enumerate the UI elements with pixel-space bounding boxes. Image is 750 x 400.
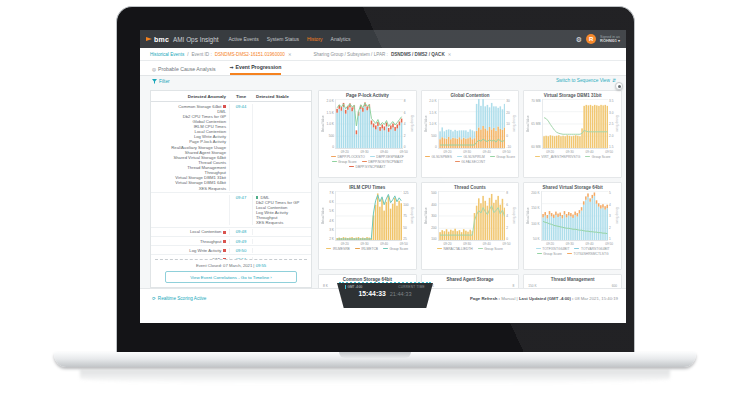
- anomaly-row[interactable]: Common Storage 64bitDMLDb2 CPU Times for…: [151, 102, 311, 193]
- legend-label: IRLMESRB: [333, 247, 350, 251]
- legend-item: DBPP.NOSYNCPMAXT: [362, 160, 403, 164]
- legend-swatch: [567, 253, 572, 255]
- axis-tick: 3: [609, 214, 614, 218]
- chart-card-thread-counts[interactable]: Thread CountsActual Value500400300200100…: [421, 182, 520, 270]
- axis-tick: 4: [404, 122, 409, 126]
- axis-tick: 7 K: [326, 191, 334, 195]
- chart-card-irlm-cpu-times[interactable]: IRLM CPU TimesActual Value7 K6 K5 K4 K3 …: [318, 182, 417, 270]
- legend-label: Group Score: [338, 160, 357, 164]
- right-axis-label: Group Score: [410, 191, 414, 241]
- realtime-label: Realtime Scoring Active: [158, 296, 207, 301]
- right-axis-label: Group Score: [410, 99, 414, 149]
- filter-label: Filter: [159, 79, 170, 84]
- axis-tick: 0: [506, 134, 511, 138]
- nav-item-analytics[interactable]: Analytics: [331, 36, 351, 42]
- anomaly-table-header: Detected Anomaly Time Detected Stable: [151, 91, 311, 102]
- axis-tick: 2: [609, 226, 614, 230]
- anomaly-row[interactable]: 09:47DMLDb2 CPU Times for GPLocal Conten…: [151, 193, 311, 228]
- axis-tick: 500: [429, 134, 437, 138]
- close-icon[interactable]: ✕: [288, 52, 292, 57]
- chart-card-global-contention[interactable]: Global ContentionActual Value2.0 K1.5 K1…: [421, 90, 520, 178]
- event-id-value[interactable]: DSNDMS-DMS2-16151.01960000: [215, 52, 285, 57]
- scrubber-current-label: CURRENT TIME: [398, 285, 425, 289]
- dashboard: bmc AMI Ops Insight Active EventsSystem …: [140, 30, 626, 323]
- view-event-correlations-button[interactable]: View Event Correlations - Go to Timeline…: [165, 271, 297, 283]
- legend-label: TOT64SHRSMCTLSTG: [573, 252, 608, 256]
- avatar[interactable]: R: [586, 34, 596, 44]
- axis-tick: 500: [326, 134, 334, 138]
- legend-item: IRLMETCB: [355, 247, 378, 251]
- chart-card-page-p-lock-activity[interactable]: Page P-lock ActivityActual Value2.0 K1.5…: [318, 90, 417, 178]
- x-axis-tick: 09:20: [341, 150, 349, 154]
- anomaly-row[interactable]: Throughput09:49: [151, 237, 311, 246]
- close-icon[interactable]: ✕: [448, 52, 452, 57]
- axis-tick: 8: [404, 99, 409, 103]
- x-axis-tick: 09:20: [341, 242, 349, 246]
- legend-item: GLSUSPIRLM: [457, 155, 485, 159]
- left-axis-label: Actual Value: [424, 99, 428, 149]
- legend-label: IRLMETCB: [361, 247, 378, 251]
- axis-tick: 75: [403, 214, 408, 218]
- left-axis-label: Actual Value: [526, 191, 530, 241]
- tab-event-progression[interactable]: ⇝Event Progression: [230, 64, 282, 75]
- nav-item-active-events[interactable]: Active Events: [228, 36, 258, 42]
- axis-tick: -10: [506, 145, 511, 149]
- realtime-scoring-status[interactable]: ⟳ Realtime Scoring Active: [152, 296, 206, 301]
- x-axis-tick: 09:50: [502, 242, 510, 246]
- legend-swatch: [355, 248, 360, 250]
- breadcrumb: Historical Events / Event ID : DSNDMS-DM…: [140, 48, 626, 61]
- axis-tick: 100: [403, 203, 408, 207]
- axis-tick: 4: [609, 203, 614, 207]
- left-axis-label: Actual Value: [526, 99, 530, 149]
- anomaly-alert-dot: [223, 105, 226, 108]
- x-axis-tick: 09:50: [605, 242, 613, 246]
- charts-scroll-handle-icon[interactable]: [615, 82, 623, 90]
- x-axis-tick: 09:20: [443, 242, 451, 246]
- axis-tick: 1.5 K: [326, 111, 334, 115]
- legend-swatch: [536, 248, 541, 250]
- legend-label: VIRT_AVESTHSPRIVSTG: [541, 155, 580, 159]
- event-closed-note: Event Closed: 07 March, 2021 | 09:55: [155, 259, 307, 269]
- legend-label: DBPP.XESPMAXF: [376, 155, 403, 159]
- switch-to-sequence-view-link[interactable]: Switch to Sequence View ⇵: [556, 78, 616, 83]
- col-detected-stable: Detected Stable: [253, 94, 309, 99]
- nav-item-system-status[interactable]: System Status: [267, 36, 299, 42]
- chart-plot: [438, 99, 506, 149]
- gear-icon[interactable]: ⚙: [576, 36, 582, 43]
- nav-item-history[interactable]: History: [307, 36, 323, 42]
- anomaly-row[interactable]: Local Contention09:48: [151, 228, 311, 237]
- axis-tick: 125: [403, 191, 408, 195]
- axis-tick: 0: [326, 145, 334, 149]
- chart-card-shared-virtual-storage-64bit[interactable]: Shared Virtual Storage 64bitActual Value…: [523, 182, 622, 270]
- breadcrumb-historical-events[interactable]: Historical Events: [150, 52, 184, 57]
- axis-tick: 2.5: [609, 122, 614, 126]
- laptop-base-notch: [339, 352, 411, 358]
- timeline-scrubber[interactable]: GMT -4:00 CURRENT TIME 15:44:33 21:44:33…: [337, 283, 433, 308]
- chart-card-virtual-storage-dbm1-31bit[interactable]: Virtual Storage DBM1 31bitActual Value70…: [523, 90, 622, 178]
- legend-swatch: [425, 156, 430, 158]
- legend-item: DBPP.SYNCPMAXT: [349, 165, 386, 169]
- chart-title: Virtual Storage DBM1 31bit: [526, 93, 619, 98]
- legend-label: Group Score: [543, 252, 562, 256]
- refresh-label: Page Refresh :: [470, 296, 500, 301]
- legend-item: Group Score: [478, 247, 503, 251]
- chart-card-shared-agent-storage[interactable]: Shared Agent Storage200 K8: [421, 274, 520, 288]
- anomaly-row[interactable]: Log Write Activity09:50: [151, 246, 311, 255]
- signed-in-label[interactable]: Signed in as ROHNI01 ▾: [600, 35, 620, 44]
- username: ROHNI01: [600, 38, 617, 43]
- last-updated-value: 08 Mar 2021, 15:40:19: [575, 296, 618, 301]
- chart-title: Shared Virtual Storage 64bit: [526, 185, 619, 190]
- tab-probable-cause-analysis[interactable]: ◎Probable Cause Analysis: [152, 66, 216, 75]
- axis-tick: 3 K: [326, 228, 334, 232]
- axis-tick: 0: [506, 237, 511, 241]
- x-axis-tick: 09:50: [400, 150, 408, 154]
- x-axis-tick: 09:30: [360, 150, 368, 154]
- filter-link[interactable]: Filter: [152, 79, 170, 84]
- chart-card-thread-management[interactable]: Thread Management150 K600: [523, 274, 622, 288]
- axis-tick: 200: [429, 226, 437, 230]
- legend-item: Group Score: [585, 155, 610, 159]
- sharing-group-value: DSNDMS / DMS2 / QACK: [391, 52, 445, 57]
- axis-tick: 1: [609, 237, 614, 241]
- axis-tick: 2: [404, 134, 409, 138]
- legend-swatch: [455, 161, 460, 163]
